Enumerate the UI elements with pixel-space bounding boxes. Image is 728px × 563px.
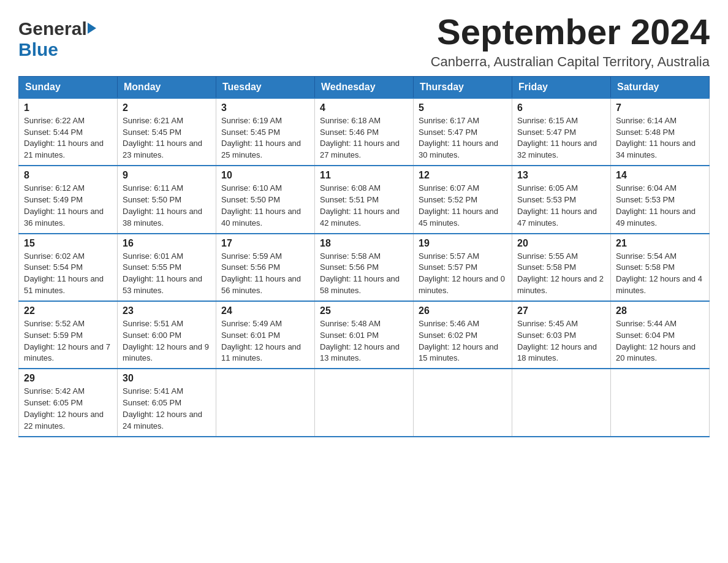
day-number: 15	[24, 238, 112, 249]
day-info: Sunrise: 6:11 AMSunset: 5:50 PMDaylight:…	[123, 183, 211, 229]
day-number: 23	[123, 305, 211, 316]
day-number: 1	[24, 102, 112, 113]
day-info: Sunrise: 6:02 AMSunset: 5:54 PMDaylight:…	[24, 251, 112, 297]
day-info: Sunrise: 5:45 AMSunset: 6:03 PMDaylight:…	[517, 318, 605, 364]
calendar-cell	[315, 369, 414, 436]
day-number: 5	[419, 102, 507, 113]
day-info: Sunrise: 6:04 AMSunset: 5:53 PMDaylight:…	[616, 183, 704, 229]
calendar-cell: 14 Sunrise: 6:04 AMSunset: 5:53 PMDaylig…	[611, 166, 710, 233]
weekday-header-saturday: Saturday	[611, 76, 710, 98]
weekday-header-friday: Friday	[512, 76, 611, 98]
day-number: 24	[221, 305, 309, 316]
day-info: Sunrise: 6:05 AMSunset: 5:53 PMDaylight:…	[517, 183, 605, 229]
calendar-cell: 23 Sunrise: 5:51 AMSunset: 6:00 PMDaylig…	[118, 301, 216, 369]
calendar-cell: 30 Sunrise: 5:41 AMSunset: 6:05 PMDaylig…	[118, 369, 216, 436]
calendar-cell: 5 Sunrise: 6:17 AMSunset: 5:47 PMDayligh…	[414, 98, 512, 166]
calendar-cell: 4 Sunrise: 6:18 AMSunset: 5:46 PMDayligh…	[315, 98, 414, 166]
day-number: 29	[24, 373, 112, 384]
calendar-cell: 22 Sunrise: 5:52 AMSunset: 5:59 PMDaylig…	[19, 301, 118, 369]
weekday-header-monday: Monday	[118, 76, 216, 98]
day-info: Sunrise: 6:18 AMSunset: 5:46 PMDaylight:…	[320, 115, 408, 161]
day-info: Sunrise: 6:12 AMSunset: 5:49 PMDaylight:…	[24, 183, 112, 229]
day-number: 12	[419, 170, 507, 181]
calendar-cell: 19 Sunrise: 5:57 AMSunset: 5:57 PMDaylig…	[414, 234, 512, 301]
weekday-header-row: SundayMondayTuesdayWednesdayThursdayFrid…	[19, 76, 710, 98]
day-info: Sunrise: 5:55 AMSunset: 5:58 PMDaylight:…	[517, 251, 605, 297]
day-number: 18	[320, 238, 408, 249]
calendar-week-row: 1 Sunrise: 6:22 AMSunset: 5:44 PMDayligh…	[19, 98, 710, 166]
calendar-table: SundayMondayTuesdayWednesdayThursdayFrid…	[18, 76, 710, 437]
calendar-week-row: 29 Sunrise: 5:42 AMSunset: 6:05 PMDaylig…	[19, 369, 710, 436]
calendar-cell	[512, 369, 611, 436]
day-info: Sunrise: 5:51 AMSunset: 6:00 PMDaylight:…	[123, 318, 211, 364]
calendar-cell: 8 Sunrise: 6:12 AMSunset: 5:49 PMDayligh…	[19, 166, 118, 233]
day-number: 28	[616, 305, 704, 316]
calendar-cell: 20 Sunrise: 5:55 AMSunset: 5:58 PMDaylig…	[512, 234, 611, 301]
calendar-cell: 28 Sunrise: 5:44 AMSunset: 6:04 PMDaylig…	[611, 301, 710, 369]
calendar-cell: 3 Sunrise: 6:19 AMSunset: 5:45 PMDayligh…	[216, 98, 315, 166]
day-info: Sunrise: 5:48 AMSunset: 6:01 PMDaylight:…	[320, 318, 408, 364]
calendar-week-row: 22 Sunrise: 5:52 AMSunset: 5:59 PMDaylig…	[19, 301, 710, 369]
day-number: 22	[24, 305, 112, 316]
day-info: Sunrise: 5:41 AMSunset: 6:05 PMDaylight:…	[123, 386, 211, 432]
calendar-cell: 11 Sunrise: 6:08 AMSunset: 5:51 PMDaylig…	[315, 166, 414, 233]
weekday-header-wednesday: Wednesday	[315, 76, 414, 98]
calendar-week-row: 15 Sunrise: 6:02 AMSunset: 5:54 PMDaylig…	[19, 234, 710, 301]
day-number: 30	[123, 373, 211, 384]
calendar-cell: 6 Sunrise: 6:15 AMSunset: 5:47 PMDayligh…	[512, 98, 611, 166]
day-info: Sunrise: 6:14 AMSunset: 5:48 PMDaylight:…	[616, 115, 704, 161]
day-number: 16	[123, 238, 211, 249]
day-info: Sunrise: 6:01 AMSunset: 5:55 PMDaylight:…	[123, 251, 211, 297]
day-number: 3	[221, 102, 309, 113]
day-number: 21	[616, 238, 704, 249]
day-number: 25	[320, 305, 408, 316]
day-info: Sunrise: 6:07 AMSunset: 5:52 PMDaylight:…	[419, 183, 507, 229]
calendar-cell: 17 Sunrise: 5:59 AMSunset: 5:56 PMDaylig…	[216, 234, 315, 301]
calendar-cell: 26 Sunrise: 5:46 AMSunset: 6:02 PMDaylig…	[414, 301, 512, 369]
logo-blue-text: Blue	[18, 39, 58, 60]
day-info: Sunrise: 5:54 AMSunset: 5:58 PMDaylight:…	[616, 251, 704, 297]
day-info: Sunrise: 5:59 AMSunset: 5:56 PMDaylight:…	[221, 251, 309, 297]
day-number: 10	[221, 170, 309, 181]
day-info: Sunrise: 5:42 AMSunset: 6:05 PMDaylight:…	[24, 386, 112, 432]
calendar-cell: 27 Sunrise: 5:45 AMSunset: 6:03 PMDaylig…	[512, 301, 611, 369]
day-info: Sunrise: 6:10 AMSunset: 5:50 PMDaylight:…	[221, 183, 309, 229]
weekday-header-tuesday: Tuesday	[216, 76, 315, 98]
calendar-cell: 16 Sunrise: 6:01 AMSunset: 5:55 PMDaylig…	[118, 234, 216, 301]
day-info: Sunrise: 6:21 AMSunset: 5:45 PMDaylight:…	[123, 115, 211, 161]
day-info: Sunrise: 6:22 AMSunset: 5:44 PMDaylight:…	[24, 115, 112, 161]
calendar-cell: 12 Sunrise: 6:07 AMSunset: 5:52 PMDaylig…	[414, 166, 512, 233]
calendar-week-row: 8 Sunrise: 6:12 AMSunset: 5:49 PMDayligh…	[19, 166, 710, 233]
day-number: 8	[24, 170, 112, 181]
day-info: Sunrise: 6:17 AMSunset: 5:47 PMDaylight:…	[419, 115, 507, 161]
day-number: 7	[616, 102, 704, 113]
page-header: General Blue September 2024 Canberra, Au…	[18, 12, 710, 70]
calendar-cell: 13 Sunrise: 6:05 AMSunset: 5:53 PMDaylig…	[512, 166, 611, 233]
calendar-cell	[611, 369, 710, 436]
day-info: Sunrise: 6:08 AMSunset: 5:51 PMDaylight:…	[320, 183, 408, 229]
logo: General Blue	[18, 12, 96, 60]
calendar-cell: 29 Sunrise: 5:42 AMSunset: 6:05 PMDaylig…	[19, 369, 118, 436]
day-number: 9	[123, 170, 211, 181]
calendar-cell: 10 Sunrise: 6:10 AMSunset: 5:50 PMDaylig…	[216, 166, 315, 233]
title-section: September 2024 Canberra, Australian Capi…	[431, 12, 710, 70]
day-info: Sunrise: 6:19 AMSunset: 5:45 PMDaylight:…	[221, 115, 309, 161]
calendar-cell: 9 Sunrise: 6:11 AMSunset: 5:50 PMDayligh…	[118, 166, 216, 233]
weekday-header-sunday: Sunday	[19, 76, 118, 98]
day-number: 2	[123, 102, 211, 113]
day-info: Sunrise: 5:46 AMSunset: 6:02 PMDaylight:…	[419, 318, 507, 364]
day-number: 6	[517, 102, 605, 113]
day-info: Sunrise: 5:44 AMSunset: 6:04 PMDaylight:…	[616, 318, 704, 364]
day-number: 13	[517, 170, 605, 181]
day-info: Sunrise: 6:15 AMSunset: 5:47 PMDaylight:…	[517, 115, 605, 161]
day-info: Sunrise: 5:57 AMSunset: 5:57 PMDaylight:…	[419, 251, 507, 297]
calendar-cell: 1 Sunrise: 6:22 AMSunset: 5:44 PMDayligh…	[19, 98, 118, 166]
day-number: 17	[221, 238, 309, 249]
day-number: 14	[616, 170, 704, 181]
calendar-cell	[414, 369, 512, 436]
weekday-header-thursday: Thursday	[414, 76, 512, 98]
calendar-cell: 15 Sunrise: 6:02 AMSunset: 5:54 PMDaylig…	[19, 234, 118, 301]
calendar-cell: 7 Sunrise: 6:14 AMSunset: 5:48 PMDayligh…	[611, 98, 710, 166]
calendar-cell: 25 Sunrise: 5:48 AMSunset: 6:01 PMDaylig…	[315, 301, 414, 369]
day-number: 4	[320, 102, 408, 113]
